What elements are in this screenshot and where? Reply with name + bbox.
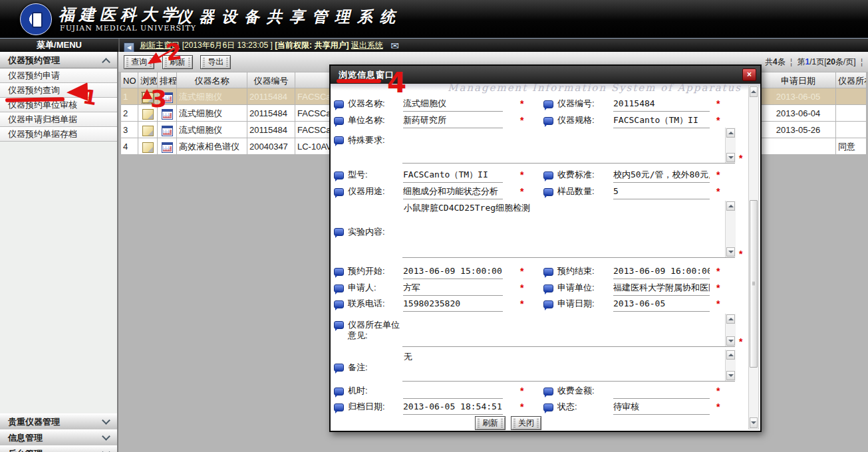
textarea-scrollbar[interactable] — [725, 314, 736, 346]
cell-name: 高效液相色谱仪 — [177, 138, 247, 155]
scroll-up-icon[interactable] — [726, 201, 735, 211]
field-value[interactable]: 方军 — [403, 281, 503, 296]
textarea-scrollbar[interactable] — [725, 128, 736, 163]
app-header: 福建医科大学 FUJIAN MEDICAL UNIVERSITY 仪器设备共享管… — [0, 0, 868, 39]
field-value[interactable]: 20115484 — [613, 97, 710, 112]
comment-bubble-icon — [543, 171, 553, 179]
scroll-up-icon[interactable] — [750, 86, 758, 97]
scrollbar-thumb[interactable] — [750, 200, 758, 368]
field-value[interactable]: 福建医科大学附属协和医院 — [613, 281, 710, 296]
scroll-up-icon[interactable] — [726, 128, 735, 138]
browse-note-icon[interactable] — [142, 92, 154, 103]
field-value[interactable] — [403, 384, 503, 399]
refresh-main-window-link[interactable]: 刷新主窗口 — [140, 41, 180, 50]
field-value[interactable] — [613, 384, 710, 399]
dialog-close-button[interactable]: 关闭 — [511, 416, 541, 430]
browse-note-icon[interactable] — [142, 142, 154, 153]
field-sample-count: 样品数量: 5 * — [543, 185, 720, 199]
remark-textarea[interactable]: 无 — [402, 350, 735, 382]
mail-icon[interactable]: ✉ — [390, 40, 399, 51]
sidebar-section-backend[interactable]: 后台管理 — [0, 445, 117, 452]
sidebar-item-receipt-storage[interactable]: 仪器预约单据存档 — [0, 127, 117, 142]
experiment-textarea[interactable]: 小鼠脾脏CD4CD25Treg细胞检测 — [402, 201, 735, 258]
required-asterisk: * — [739, 249, 742, 259]
sidebar-item-reservation-query[interactable]: 仪器预约查询 — [0, 83, 117, 98]
field-label: 仪器名称: — [348, 97, 403, 112]
browse-note-icon[interactable] — [142, 126, 154, 136]
scroll-down-icon[interactable] — [726, 247, 735, 257]
required-asterisk: * — [520, 265, 523, 279]
field-label: 申请单位: — [557, 281, 613, 296]
scroll-down-icon[interactable] — [726, 336, 735, 346]
special-requirements-textarea[interactable] — [402, 128, 735, 164]
field-value[interactable]: 细胞成分和功能状态分析 — [403, 185, 503, 199]
cell-date: 2013-06-05 — [761, 88, 836, 105]
scroll-down-icon[interactable] — [726, 371, 735, 380]
field-instrument-code: 仪器编号: 20115484 * — [543, 97, 720, 112]
comment-bubble-icon — [334, 388, 344, 396]
cell-code: 20115484 — [247, 88, 295, 105]
field-value[interactable]: 待审核 — [613, 400, 710, 415]
browse-note-icon[interactable] — [142, 109, 154, 120]
field-value[interactable]: 新药研究所 — [403, 114, 503, 128]
field-value[interactable]: 15980235820 — [403, 297, 503, 312]
field-value[interactable]: 2013-06-09 16:00:00 — [613, 265, 710, 279]
export-button[interactable]: 导出 — [200, 55, 231, 69]
cell-date: 2013-06-04 — [761, 105, 836, 122]
scroll-up-icon[interactable] — [726, 350, 735, 360]
field-value[interactable]: FACSCanto（TM）II — [613, 114, 710, 128]
field-value[interactable]: 校内50元/管，校外80元/ — [613, 168, 710, 183]
comment-bubble-icon — [334, 321, 344, 329]
sidebar-section-info[interactable]: 信息管理 — [0, 429, 117, 446]
sidebar-section-reservation[interactable]: 仪器预约管理 — [0, 52, 117, 68]
field-value[interactable]: 5 — [613, 185, 710, 199]
required-asterisk: * — [520, 400, 523, 415]
col-name: 仪器名称 — [177, 72, 247, 88]
logout-link[interactable]: 退出系统 — [351, 41, 383, 50]
field-unit-opinion-label: 仪器所在单位意见: — [334, 318, 400, 341]
refresh-button[interactable]: 刷新 — [162, 55, 193, 69]
col-opinion: 仪器所在单位意见 — [836, 72, 867, 88]
sidebar-item-archive-receipt[interactable]: 仪器申请归档单据 — [0, 112, 117, 127]
scroll-down-icon[interactable] — [726, 153, 735, 162]
comment-bubble-icon — [334, 284, 344, 292]
schedule-calendar-icon[interactable] — [162, 109, 173, 120]
textarea-scrollbar[interactable] — [725, 350, 736, 381]
sidebar-section-valuable[interactable]: 贵重仪器管理 — [0, 413, 117, 430]
unit-opinion-textarea[interactable] — [402, 314, 735, 347]
required-asterisk: * — [739, 336, 742, 347]
dialog-refresh-button[interactable]: 刷新 — [475, 416, 506, 430]
cell-browse — [138, 122, 158, 138]
textarea-scrollbar[interactable] — [725, 201, 736, 257]
field-value[interactable]: 流式细胞仪 — [403, 97, 503, 112]
comment-bubble-icon — [543, 188, 553, 196]
field-label: 备注: — [348, 360, 403, 373]
cell-schedule — [158, 88, 177, 105]
cell-schedule — [158, 122, 177, 138]
schedule-calendar-icon[interactable] — [162, 92, 173, 103]
query-button[interactable]: 查询 — [124, 55, 154, 69]
field-label: 联系电话: — [348, 297, 403, 312]
dialog-body: Management Information System of Apparat… — [331, 84, 760, 431]
cell-browse — [138, 105, 158, 122]
cell-opinion — [836, 105, 867, 122]
close-icon[interactable]: × — [742, 68, 756, 81]
scroll-up-icon[interactable] — [726, 314, 735, 324]
schedule-calendar-icon[interactable] — [162, 126, 173, 136]
sidebar-item-unit-review[interactable]: 仪器预约单位审核 — [0, 98, 117, 112]
required-asterisk: * — [520, 297, 523, 312]
field-value[interactable]: FACSCanto（TM）II — [403, 168, 503, 183]
cell-opinion: 同意 — [836, 138, 867, 155]
required-asterisk: * — [520, 185, 523, 199]
field-fee-amount: 收费金额: * — [543, 384, 720, 399]
field-value[interactable]: 2013-06-09 15:00:00 — [403, 265, 503, 279]
sidebar-item-reservation-apply[interactable]: 仪器预约申请 — [0, 68, 117, 83]
required-asterisk: * — [716, 384, 720, 399]
comment-bubble-icon — [334, 188, 344, 196]
scroll-down-icon[interactable] — [750, 417, 758, 428]
dialog-scrollbar[interactable] — [748, 85, 759, 429]
field-value[interactable]: 2013-06-05 18:54:51 — [403, 400, 503, 415]
field-value[interactable]: 2013-06-05 — [613, 297, 710, 312]
dialog-title: 浏览信息窗口 — [331, 66, 760, 84]
schedule-calendar-icon[interactable] — [162, 142, 173, 153]
